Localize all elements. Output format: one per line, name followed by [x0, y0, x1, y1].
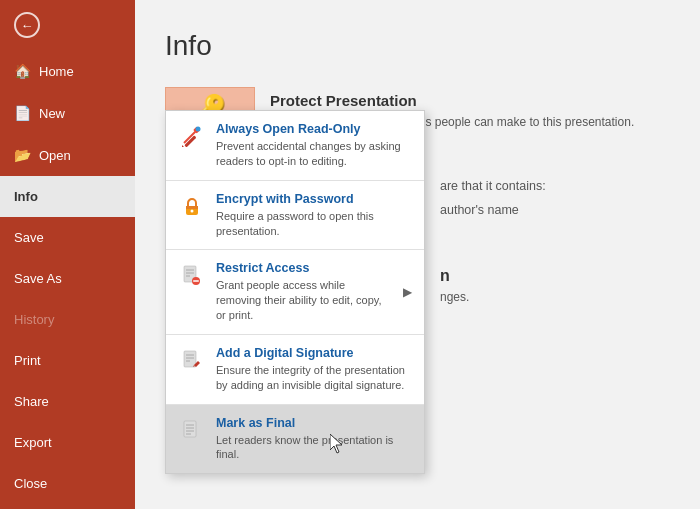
sidebar-item-share[interactable]: Share [0, 381, 135, 422]
encrypt-item-desc: Require a password to open this presenta… [216, 209, 412, 239]
bg-text-line1: are that it contains: [440, 179, 670, 193]
pencil-red-icon [178, 123, 206, 151]
signature-item-desc: Ensure the integrity of the presentation… [216, 363, 412, 393]
svg-point-7 [191, 209, 194, 212]
sidebar-item-print[interactable]: Print [0, 340, 135, 381]
restrict-item-title: Restrict Access [216, 261, 393, 275]
dropdown-item-encrypt[interactable]: Encrypt with Password Require a password… [166, 181, 424, 250]
lock-gold-icon [178, 193, 206, 221]
sidebar-item-open[interactable]: 📂 Open [0, 134, 135, 176]
mark-final-item-text: Mark as Final Let readers know the prese… [216, 416, 412, 463]
sidebar: ← 🏠 Home 📄 New 📂 Open Info Save Save As … [0, 0, 135, 509]
sidebar-label-open: Open [39, 148, 71, 163]
readonly-item-title: Always Open Read-Only [216, 122, 412, 136]
svg-rect-6 [186, 206, 198, 209]
svg-marker-25 [330, 434, 342, 453]
home-icon: 🏠 [14, 63, 31, 79]
dropdown-item-signature[interactable]: Add a Digital Signature Ensure the integ… [166, 335, 424, 404]
background-text-area: are that it contains: author's name [440, 169, 670, 217]
sidebar-label-home: Home [39, 64, 74, 79]
main-content: Info 🔑 Protect Presentation ▾ Protect Pr… [135, 0, 700, 509]
svg-rect-20 [184, 421, 196, 437]
back-arrow-icon: ← [21, 18, 34, 33]
readonly-item-desc: Prevent accidental changes by asking rea… [216, 139, 412, 169]
dropdown-item-mark-final[interactable]: Mark as Final Let readers know the prese… [166, 405, 424, 474]
restrict-item-text: Restrict Access Grant people access whil… [216, 261, 393, 323]
sidebar-label-info: Info [14, 189, 38, 204]
bg-text-line2: author's name [440, 203, 670, 217]
sidebar-label-save: Save [14, 230, 44, 245]
signature-doc-icon [178, 347, 206, 375]
svg-rect-13 [193, 281, 199, 283]
mouse-cursor-icon [330, 434, 346, 459]
dropdown-item-readonly[interactable]: Always Open Read-Only Prevent accidental… [166, 111, 424, 180]
svg-rect-14 [184, 351, 196, 367]
restrict-submenu-arrow: ▶ [403, 285, 412, 299]
dropdown-item-restrict[interactable]: Restrict Access Grant people access whil… [166, 250, 424, 334]
sidebar-label-save-as: Save As [14, 271, 62, 286]
back-circle-icon: ← [14, 12, 40, 38]
page-title: Info [165, 30, 670, 62]
svg-point-3 [196, 127, 201, 132]
sidebar-item-history: History [0, 299, 135, 340]
open-folder-icon: 📂 [14, 147, 31, 163]
sidebar-item-new[interactable]: 📄 New [0, 92, 135, 134]
mark-final-item-title: Mark as Final [216, 416, 412, 430]
protect-section-title: Protect Presentation [270, 92, 634, 109]
sidebar-label-share: Share [14, 394, 49, 409]
svg-marker-1 [182, 145, 184, 147]
sidebar-item-export[interactable]: Export [0, 422, 135, 463]
sidebar-item-save-as[interactable]: Save As [0, 258, 135, 299]
inspect-title: n [440, 267, 670, 285]
restrict-item-desc: Grant people access while removing their… [216, 278, 393, 323]
signature-item-text: Add a Digital Signature Ensure the integ… [216, 346, 412, 393]
protect-dropdown-menu: Always Open Read-Only Prevent accidental… [165, 110, 425, 474]
signature-item-title: Add a Digital Signature [216, 346, 412, 360]
sidebar-item-home[interactable]: 🏠 Home [0, 50, 135, 92]
sidebar-label-close: Close [14, 476, 47, 491]
sidebar-label-print: Print [14, 353, 41, 368]
sidebar-item-save[interactable]: Save [0, 217, 135, 258]
new-doc-icon: 📄 [14, 105, 31, 121]
mark-final-item-desc: Let readers know the presentation is fin… [216, 433, 412, 463]
readonly-item-text: Always Open Read-Only Prevent accidental… [216, 122, 412, 169]
sidebar-label-new: New [39, 106, 65, 121]
encrypt-item-title: Encrypt with Password [216, 192, 412, 206]
sidebar-item-close[interactable]: Close [0, 463, 135, 504]
sidebar-item-info[interactable]: Info [0, 176, 135, 217]
mark-final-doc-icon [178, 417, 206, 445]
restrict-doc-icon [178, 262, 206, 290]
sidebar-label-history: History [14, 312, 54, 327]
inspect-text-area: n nges. [440, 267, 670, 304]
sidebar-label-export: Export [14, 435, 52, 450]
encrypt-item-text: Encrypt with Password Require a password… [216, 192, 412, 239]
inspect-desc: nges. [440, 290, 670, 304]
back-button[interactable]: ← [0, 0, 135, 50]
